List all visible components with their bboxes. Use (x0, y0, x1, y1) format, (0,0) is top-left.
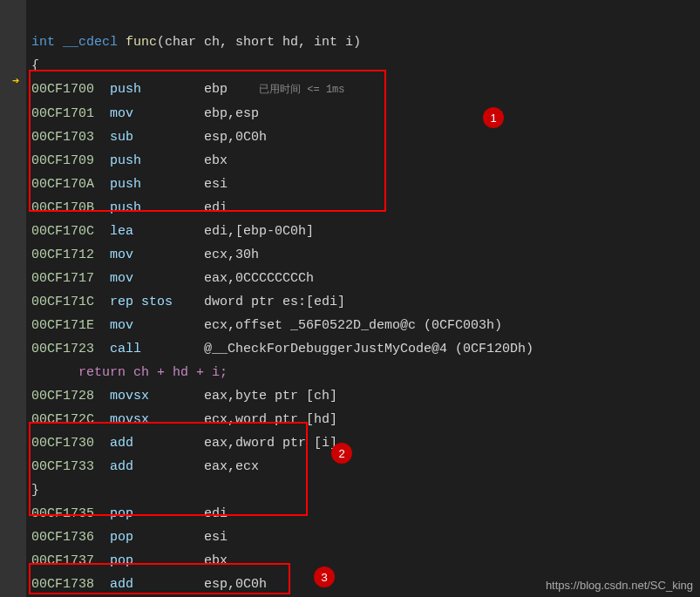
operands: esi (204, 177, 228, 192)
addr: 00CF1728 (31, 389, 94, 404)
current-line-arrow: ➔ (12, 73, 19, 88)
addr: 00CF171C (31, 295, 94, 309)
addr: 00CF170B (31, 200, 94, 215)
operands: ecx,word ptr [hd] (204, 412, 337, 427)
addr: 00CF1709 (31, 153, 94, 168)
asm-line: 00CF1736 pop esi (31, 526, 533, 549)
gutter (0, 0, 26, 597)
addr: 00CF1737 (31, 553, 94, 568)
asm-line: 00CF1700 push ebp 已用时间 <= 1ms (31, 78, 533, 102)
function-name: func (126, 35, 157, 50)
operands: esp,0C0h (204, 130, 267, 145)
mnemonic: movsx (110, 412, 204, 427)
disassembly-view: int __cdecl func(char ch, short hd, int … (31, 7, 533, 597)
asm-line: 00CF171E mov ecx,offset _56F0522D_demo@c… (31, 314, 533, 337)
addr: 00CF170C (31, 224, 94, 239)
addr: 00CF1733 (31, 459, 94, 474)
mnemonic: mov (110, 271, 204, 286)
mnemonic: push (110, 200, 204, 215)
mnemonic: pop (110, 553, 204, 568)
asm-line: 00CF170A push esi (31, 173, 533, 196)
asm-line: 00CF1717 mov eax,0CCCCCCCCh (31, 267, 533, 290)
operands: eax,dword ptr [i] (204, 436, 337, 451)
operands: edi,[ebp-0C0h] (204, 224, 314, 239)
operands: eax,byte ptr [ch] (204, 389, 337, 404)
mnemonic: push (110, 82, 204, 97)
operands: eax,ecx (204, 459, 259, 474)
operands: edi (204, 506, 228, 521)
asm-line: 00CF1730 add eax,dword ptr [i] (31, 431, 533, 455)
addr: 00CF170A (31, 177, 94, 192)
asm-line: 00CF170C lea edi,[ebp-0C0h] (31, 220, 533, 243)
mnemonic: mov (110, 248, 204, 262)
addr: 00CF1735 (31, 506, 94, 521)
mnemonic: movsx (110, 389, 204, 404)
params: (char ch, short hd, int i) (157, 35, 361, 50)
addr: 00CF1700 (31, 82, 94, 97)
function-signature: int __cdecl func(char ch, short hd, int … (31, 7, 533, 54)
mnemonic: sub (110, 130, 204, 145)
mnemonic: pop (110, 506, 204, 521)
operands: ebx (204, 553, 228, 568)
operands: ebp (204, 82, 228, 97)
operands: eax,0CCCCCCCCh (204, 271, 314, 286)
addr: 00CF1717 (31, 271, 94, 286)
mnemonic: rep stos (110, 295, 204, 309)
operands: edi (204, 200, 228, 215)
asm-line: 00CF1738 add esp,0C0h (31, 573, 533, 596)
operands: ebx (204, 153, 228, 168)
ret-type: int (31, 35, 55, 50)
mnemonic: push (110, 177, 204, 192)
open-brace: { (31, 54, 533, 78)
asm-line: 00CF1701 mov ebp,esp (31, 102, 533, 126)
operands: ebp,esp (204, 106, 259, 121)
operands: @__CheckForDebuggerJustMyCode@4 (0CF120D… (204, 342, 533, 356)
perf-hint: 已用时间 <= 1ms (259, 84, 344, 96)
mnemonic: add (110, 436, 204, 451)
addr: 00CF1738 (31, 577, 94, 592)
close-brace: } (31, 478, 533, 502)
asm-line: 00CF171C rep stos dword ptr es:[edi] (31, 290, 533, 314)
addr: 00CF1703 (31, 130, 94, 145)
addr: 00CF1712 (31, 248, 94, 262)
mnemonic: call (110, 342, 204, 356)
addr: 00CF1736 (31, 530, 94, 545)
mnemonic: pop (110, 530, 204, 545)
operands: esp,0C0h (204, 577, 267, 592)
annotation-badge-1: 1 (483, 107, 504, 128)
calling-convention: __cdecl (63, 35, 118, 50)
addr: 00CF172C (31, 412, 94, 427)
watermark-text: https://blog.csdn.net/SC_king (546, 579, 693, 592)
source-return-line: return ch + hd + i; (31, 361, 533, 384)
asm-line: 00CF1728 movsx eax,byte ptr [ch] (31, 384, 533, 408)
asm-line: 00CF1733 add eax,ecx (31, 455, 533, 478)
asm-line: 00CF1737 pop ebx (31, 549, 533, 573)
mnemonic: mov (110, 106, 204, 121)
operands: esi (204, 530, 228, 545)
mnemonic: mov (110, 318, 204, 333)
asm-line: 00CF1723 call @__CheckForDebuggerJustMyC… (31, 337, 533, 361)
operands: dword ptr es:[edi] (204, 295, 345, 309)
addr: 00CF171E (31, 318, 94, 333)
addr: 00CF1701 (31, 106, 94, 121)
mnemonic: push (110, 153, 204, 168)
addr: 00CF1723 (31, 342, 94, 356)
mnemonic: lea (110, 224, 204, 239)
asm-line: 00CF170B push edi (31, 196, 533, 220)
asm-line: 00CF1712 mov ecx,30h (31, 243, 533, 267)
operands: ecx,30h (204, 248, 259, 262)
mnemonic: add (110, 459, 204, 474)
annotation-badge-3: 3 (314, 566, 335, 587)
asm-line: 00CF1735 pop edi (31, 502, 533, 526)
operands: ecx,offset _56F0522D_demo@c (0CFC003h) (204, 318, 502, 333)
asm-line: 00CF172C movsx ecx,word ptr [hd] (31, 408, 533, 431)
annotation-badge-2: 2 (331, 443, 352, 464)
asm-line: 00CF1703 sub esp,0C0h (31, 126, 533, 149)
addr: 00CF1730 (31, 436, 94, 451)
mnemonic: add (110, 577, 204, 592)
asm-line: 00CF1709 push ebx (31, 149, 533, 173)
